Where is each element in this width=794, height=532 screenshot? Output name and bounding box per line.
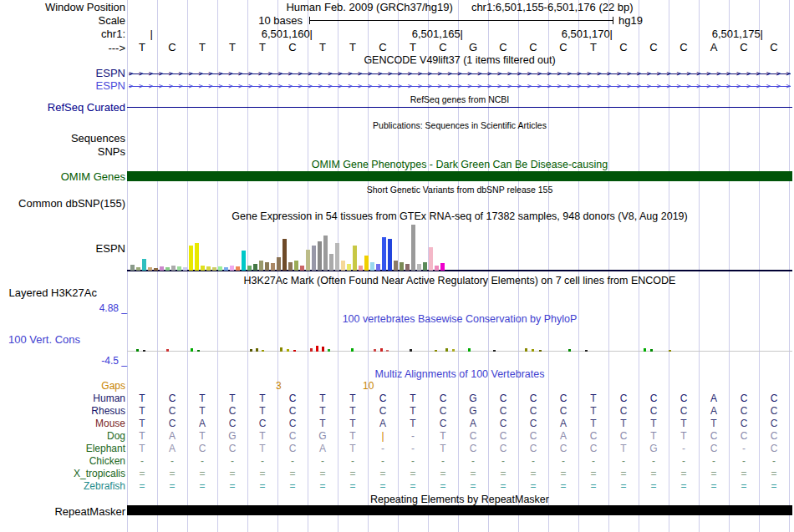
alignment-base-zebrafish: = — [669, 480, 699, 493]
alignment-base-dog: C — [729, 430, 759, 443]
track-label-sequences[interactable]: Sequences — [71, 132, 125, 144]
alignment-base-chicken: - — [308, 455, 338, 468]
alignment-base-human: A — [699, 393, 729, 405]
track-title-h3k27ac-mark-often-found-near-active-regulatory-elements-on-7-cell-lines-from-encode[interactable]: H3K27Ac Mark (Often Found Near Active Re… — [127, 275, 792, 286]
track-label-mouse[interactable]: Mouse — [95, 418, 125, 429]
gtex-bar — [347, 264, 351, 271]
alignment-base-x-tropicalis: = — [187, 468, 217, 480]
track-label-common-dbsnp-155[interactable]: Common dbSNP(155) — [18, 197, 125, 210]
alignment-base-x-tropicalis: = — [458, 468, 488, 480]
repeatmasker-bar[interactable] — [127, 505, 792, 515]
alignment-base-human: T — [187, 393, 217, 405]
track-label-rhesus[interactable]: Rhesus — [91, 405, 125, 417]
track-label-espn[interactable]: ESPN — [96, 242, 125, 255]
base-letter: A — [699, 41, 729, 53]
phylop-mark — [262, 350, 264, 352]
track-title-publications-sequences-in-scientific-articles[interactable]: Publications: Sequences in Scientific Ar… — [127, 120, 792, 130]
track-label-window-position[interactable]: Window Position — [45, 1, 125, 13]
alignment-base-rhesus: C — [368, 405, 398, 418]
track-label-4-88[interactable]: 4.88 _ — [99, 302, 127, 314]
base-letter: T — [187, 41, 217, 53]
alignment-base-zebrafish: = — [759, 480, 789, 493]
alignment-base-x-tropicalis: = — [277, 468, 308, 480]
alignment-base-human: C — [729, 393, 759, 405]
alignment-base-zebrafish: = — [518, 480, 548, 493]
gtex-bar — [201, 266, 205, 271]
track-label-repeatmasker[interactable]: RepeatMasker — [54, 505, 125, 518]
phylop-mark — [644, 348, 646, 352]
track-label-espn[interactable]: ESPN — [96, 67, 125, 79]
alignment-base-x-tropicalis: = — [578, 468, 608, 480]
track-label-human[interactable]: Human — [93, 393, 125, 404]
alignment-base-elephant: - — [669, 443, 699, 455]
alignment-base-chicken: - — [669, 455, 699, 468]
track-label-4-5[interactable]: -4.5 _ — [101, 355, 127, 367]
gtex-bar — [148, 267, 152, 271]
track-title-refseq-genes-from-ncbi[interactable]: RefSeq genes from NCBI — [127, 94, 792, 104]
alignment-base-x-tropicalis: = — [669, 468, 699, 480]
phylop-mark — [452, 349, 455, 352]
track-title-omim-gene-phenotypes-dark-green-can-be-disease-causing[interactable]: OMIM Gene Phenotypes - Dark Green Can Be… — [127, 159, 792, 170]
track-label-espn[interactable]: ESPN — [96, 79, 125, 92]
alignment-base-human: T — [398, 393, 428, 405]
alignment-base-elephant: C — [518, 443, 548, 455]
track-label-tick[interactable]: ---> — [108, 42, 125, 54]
gtex-bar — [376, 264, 380, 271]
gene-arrow-line-espn[interactable]: >>>>>>>>>>>>>>>>>>>>>>>>>>>>>>>>>>>>>>>>… — [129, 68, 791, 79]
alignment-base-elephant: T — [608, 443, 639, 455]
base-letter: C — [548, 41, 578, 53]
track-title-short-genetic-variants-from-dbsnp-release-155[interactable]: Short Genetic Variants from dbSNP releas… — [127, 185, 792, 195]
alignment-base-human: C — [368, 393, 398, 405]
track-label-snps[interactable]: SNPs — [98, 145, 125, 158]
track-label-refseq-curated[interactable]: RefSeq Curated — [48, 101, 125, 114]
base-letter: C — [157, 41, 187, 53]
track-label-omim-genes[interactable]: OMIM Genes — [61, 170, 125, 183]
alignment-base-dog: T — [669, 430, 699, 443]
alignment-base-x-tropicalis: = — [639, 468, 669, 480]
gtex-bar — [300, 266, 304, 271]
position-range: chr1:6,501,155-6,501,176 (22 bp) — [471, 1, 634, 13]
gtex-bar — [236, 266, 240, 271]
alignment-base-mouse: T — [699, 418, 729, 430]
alignment-base-mouse: C — [759, 418, 789, 430]
track-label-scale[interactable]: Scale — [98, 14, 125, 27]
coordinate-tick: | — [150, 28, 153, 40]
alignment-base-rhesus: G — [458, 405, 488, 418]
gtex-bar — [353, 246, 357, 271]
alignment-base-x-tropicalis: = — [729, 468, 759, 480]
phylop-mark — [310, 348, 313, 352]
gene-arrow-line-espn[interactable]: >>>>>>>>>>>>>>>>>>>>>>>>>>>>>>>>>>>>>>>>… — [129, 81, 791, 91]
alignment-base-x-tropicalis: = — [217, 468, 247, 480]
alignment-base-dog: C — [488, 430, 518, 443]
track-title-repeating-elements-by-repeatmasker[interactable]: Repeating Elements by RepeatMasker — [127, 494, 792, 505]
track-label-gaps[interactable]: Gaps — [101, 380, 125, 392]
alignment-base-mouse: C — [488, 418, 518, 430]
track-label-100-vert-cons[interactable]: 100 Vert. Cons — [8, 333, 80, 346]
alignment-base-mouse: C — [247, 418, 277, 430]
gtex-bar — [259, 261, 263, 271]
gtex-bar — [165, 267, 170, 271]
phylop-mark — [328, 349, 330, 352]
track-label-chr1[interactable]: chr1: — [101, 28, 125, 40]
track-title-gene-expression-in-54-tissues-from-gtex-rna-seq-of-17382-samples-948-donors-v8-aug-2019[interactable]: Gene Expression in 54 tissues from GTEx … — [127, 210, 792, 222]
alignment-base-elephant: C — [759, 443, 789, 455]
track-label-dog[interactable]: Dog — [107, 430, 125, 442]
track-label-layered-h3k27ac[interactable]: Layered H3K27Ac — [8, 286, 97, 299]
alignment-base-elephant: C — [277, 443, 308, 455]
phylop-mark — [166, 349, 169, 352]
track-label-zebrafish[interactable]: Zebrafish — [84, 480, 125, 492]
track-label-x-tropicalis[interactable]: X_tropicalis — [74, 468, 125, 479]
alignment-base-mouse: A — [458, 418, 488, 430]
gtex-bar — [212, 267, 216, 271]
track-label-chicken[interactable]: Chicken — [89, 455, 125, 467]
alignment-base-elephant: G — [639, 443, 669, 455]
track-title-100-vertebrates-basewise-conservation-by-phylop[interactable]: 100 vertebrates Basewise Conservation by… — [127, 313, 792, 325]
alignment-base-zebrafish: = — [639, 480, 669, 493]
base-letter: T — [217, 41, 247, 53]
track-label-elephant[interactable]: Elephant — [86, 443, 125, 454]
gtex-bar — [312, 246, 316, 271]
window-position-title: Human Feb. 2009 (GRCh37/hg19)chr1:6,501,… — [127, 1, 792, 13]
track-title-multiz-alignments-of-100-vertebrates[interactable]: Multiz Alignments of 100 Vertebrates — [127, 368, 792, 380]
track-title-gencode-v49lift37-1-items-filtered-out[interactable]: GENCODE V49lift37 (1 items filtered out) — [127, 54, 792, 66]
omim-genes-bar[interactable] — [127, 171, 792, 181]
